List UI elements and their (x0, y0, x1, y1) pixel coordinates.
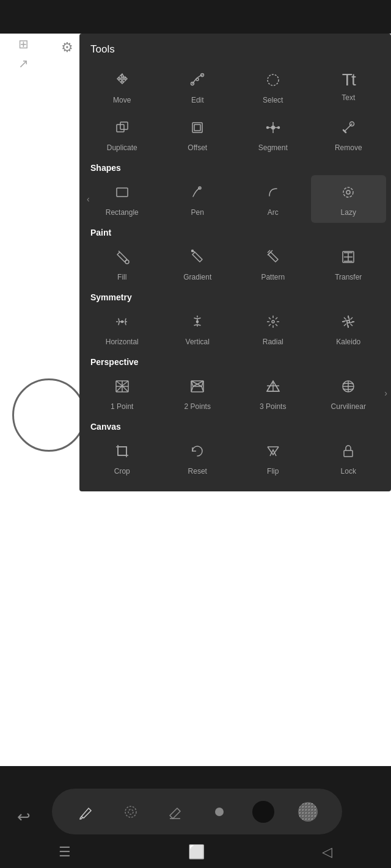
svg-rect-7 (194, 125, 200, 131)
svg-point-16 (343, 187, 353, 197)
nav-back[interactable]: ◁ (322, 844, 332, 860)
top-left-icons: ⊞ ↗ (18, 37, 29, 71)
tool-duplicate[interactable]: Duplicate (84, 110, 160, 158)
tool-1point[interactable]: 1 Point (84, 369, 160, 417)
tool-move[interactable]: Move (84, 63, 160, 110)
svg-line-46 (344, 324, 346, 327)
svg-point-18 (125, 260, 129, 264)
dot-texture-button[interactable] (296, 800, 320, 824)
1point-icon (114, 378, 131, 397)
tool-horizontal[interactable]: Horizontal (84, 305, 160, 352)
svg-point-28 (197, 321, 199, 323)
flip-icon (265, 443, 282, 462)
tool-pattern[interactable]: Pattern (235, 240, 311, 288)
svg-point-3 (268, 74, 279, 85)
svg-line-19 (119, 251, 120, 252)
tool-reset[interactable]: Reset (160, 434, 236, 482)
symmetry-label: Symmetry (84, 288, 386, 305)
fill-label: Fill (117, 273, 126, 281)
lazy-label: Lazy (341, 208, 356, 217)
duplicate-label: Duplicate (107, 143, 137, 152)
tool-select[interactable]: Select (235, 63, 311, 110)
settings-ring-button[interactable] (119, 800, 143, 824)
layers-icon: ⊞ (18, 37, 29, 51)
tool-curvilinear[interactable]: Curvilinear › (311, 369, 387, 417)
tool-transfer[interactable]: Transfer (311, 240, 387, 288)
1point-label: 1 Point (111, 402, 133, 411)
rectangle-label: Rectangle (106, 208, 139, 217)
tool-vertical[interactable]: Vertical (160, 305, 236, 352)
tool-arc[interactable]: Arc (235, 175, 311, 223)
segment-label: Segment (258, 143, 288, 152)
tool-remove[interactable]: Remove (311, 110, 387, 158)
eraser-button[interactable] (163, 800, 187, 824)
nav-home[interactable]: ⬜ (188, 844, 205, 860)
tool-2points[interactable]: 2 Points (160, 369, 236, 417)
svg-line-43 (344, 317, 346, 320)
svg-line-36 (276, 317, 277, 319)
pen-label: Pen (191, 208, 204, 217)
svg-point-11 (266, 127, 268, 129)
remove-label: Remove (335, 143, 362, 152)
vertical-icon (189, 313, 206, 333)
bottom-nav: ☰ ⬜ ◁ (0, 836, 391, 868)
crop-icon (114, 443, 131, 462)
offset-icon (189, 119, 206, 139)
tool-lazy[interactable]: Lazy (311, 175, 387, 223)
svg-point-21 (192, 250, 194, 252)
tool-gradient[interactable]: Gradient (160, 240, 236, 288)
text-label: Text (342, 93, 355, 102)
tool-radial[interactable]: Radial (235, 305, 311, 352)
crop-label: Crop (114, 467, 130, 476)
3points-label: 3 Points (260, 402, 286, 411)
svg-line-34 (269, 317, 271, 319)
kaleido-icon (340, 313, 357, 333)
arrow-icon: ↗ (18, 56, 29, 71)
dot-black-button[interactable] (251, 800, 276, 824)
svg-line-49 (122, 381, 128, 386)
svg-rect-72 (344, 450, 353, 457)
2points-label: 2 Points (185, 402, 211, 411)
dot-small-button[interactable] (207, 800, 232, 824)
2points-icon (189, 378, 206, 397)
nav-arrow-right[interactable]: › (384, 388, 387, 398)
lazy-icon (340, 184, 357, 203)
tool-text[interactable]: Tt Text (311, 63, 387, 110)
svg-line-37 (269, 324, 271, 326)
tool-lock[interactable]: Lock (311, 434, 387, 482)
svg-line-48 (116, 381, 122, 386)
nav-menu[interactable]: ☰ (59, 844, 71, 860)
curvilinear-icon (340, 378, 357, 397)
edit-icon (189, 71, 206, 91)
svg-point-73 (125, 806, 136, 817)
bottom-toolbar (52, 789, 342, 834)
tool-kaleido[interactable]: Kaleido (311, 305, 387, 352)
canvas-circle (12, 378, 86, 452)
pen-icon (189, 184, 206, 203)
tool-rectangle[interactable]: ‹ Rectangle (84, 175, 160, 223)
duplicate-icon (114, 119, 131, 139)
reset-icon (189, 443, 206, 462)
undo-button[interactable]: ↩ (17, 808, 31, 826)
tool-flip[interactable]: Flip (235, 434, 311, 482)
nav-arrow-left[interactable]: ‹ (87, 194, 90, 204)
tool-segment[interactable]: Segment (235, 110, 311, 158)
tool-crop[interactable]: Crop (84, 434, 160, 482)
fill-icon (114, 248, 131, 268)
tool-3points[interactable]: 3 Points (235, 369, 311, 417)
svg-point-26 (121, 321, 123, 323)
tool-offset[interactable]: Offset (160, 110, 236, 158)
tool-edit[interactable]: Edit (160, 63, 236, 110)
transfer-label: Transfer (335, 273, 362, 281)
flip-label: Flip (267, 467, 279, 476)
svg-line-45 (351, 317, 353, 320)
tools-grid: Move Edit Select Tt Text (84, 63, 386, 482)
settings-icon[interactable]: ⚙ (61, 40, 73, 56)
vertical-label: Vertical (186, 338, 210, 346)
tool-pen[interactable]: Pen (160, 175, 236, 223)
pattern-label: Pattern (261, 273, 285, 281)
horizontal-icon (114, 313, 131, 333)
tool-fill[interactable]: Fill (84, 240, 160, 288)
brush-button[interactable] (74, 800, 98, 824)
rectangle-icon (114, 184, 131, 203)
